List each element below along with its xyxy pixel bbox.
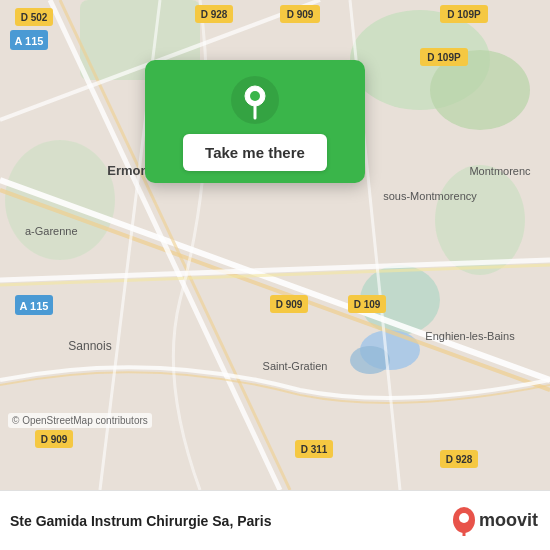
svg-text:Saint-Gratien: Saint-Gratien — [263, 360, 328, 372]
svg-text:A 115: A 115 — [20, 300, 49, 312]
svg-point-53 — [250, 91, 260, 101]
svg-text:D 502: D 502 — [21, 12, 48, 23]
svg-point-55 — [459, 513, 469, 523]
svg-text:Enghien-les-Bains: Enghien-les-Bains — [425, 330, 515, 342]
svg-text:Sannois: Sannois — [68, 339, 111, 353]
svg-text:A 115: A 115 — [15, 35, 44, 47]
svg-text:D 909: D 909 — [41, 434, 68, 445]
svg-text:D 909: D 909 — [287, 9, 314, 20]
take-me-there-button[interactable]: Take me there — [183, 134, 327, 171]
svg-point-8 — [350, 346, 390, 374]
svg-text:a-Garenne: a-Garenne — [25, 225, 78, 237]
navigation-card: Take me there — [145, 60, 365, 183]
location-pin-icon — [231, 76, 279, 124]
svg-text:D 109P: D 109P — [427, 52, 461, 63]
svg-text:Montmorenc: Montmorenc — [469, 165, 531, 177]
svg-text:D 109: D 109 — [354, 299, 381, 310]
map-attribution: © OpenStreetMap contributors — [8, 413, 152, 428]
svg-text:sous-Montmorency: sous-Montmorency — [383, 190, 477, 202]
svg-text:D 928: D 928 — [201, 9, 228, 20]
moovit-pin-icon — [451, 506, 477, 536]
place-name: Ste Gamida Instrum Chirurgie Sa, Paris — [10, 513, 451, 529]
svg-text:D 928: D 928 — [446, 454, 473, 465]
svg-text:D 909: D 909 — [276, 299, 303, 310]
bottom-bar: Ste Gamida Instrum Chirurgie Sa, Paris m… — [0, 490, 550, 550]
svg-text:D 109P: D 109P — [447, 9, 481, 20]
svg-text:D 311: D 311 — [301, 444, 328, 455]
moovit-brand-text: moovit — [479, 510, 538, 531]
map-view: A 115 A 115 D 502 D 928 D 909 D 109P D 1… — [0, 0, 550, 490]
moovit-logo: moovit — [451, 506, 538, 536]
svg-point-5 — [435, 165, 525, 275]
